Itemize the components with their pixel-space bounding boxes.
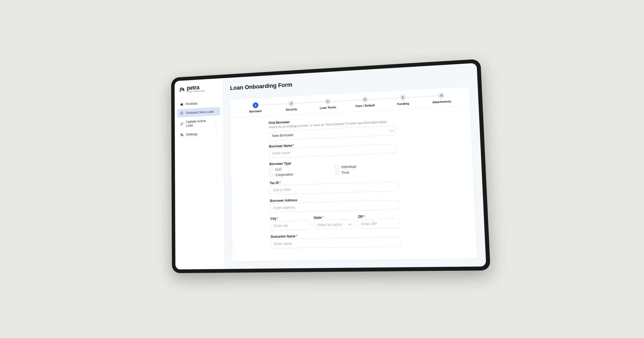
radio-individual[interactable]: Individual — [335, 163, 398, 169]
field-tax-id: Tax ID* — [270, 177, 398, 195]
step-borrower[interactable]: 1 Borrower — [238, 102, 273, 114]
step-funding[interactable]: 5 Funding — [384, 94, 422, 106]
radio-corporation[interactable]: Corporation — [269, 171, 330, 177]
radio-label: Trust — [341, 170, 349, 175]
chevron-down-icon — [215, 132, 217, 135]
radio-icon — [335, 165, 339, 169]
field-find-borrower: Find Borrower Search for an existing bor… — [268, 115, 396, 141]
step-fees-default[interactable]: 4 Fees / Default — [346, 96, 384, 108]
chevron-down-icon — [215, 121, 217, 124]
city-label: City* — [270, 216, 310, 221]
sidebar: petra LOAN SERVICING Portfolio Onboard N… — [174, 78, 225, 270]
onboarding-form-card: 1 Borrower 2 Security 3 Loan Terms 4 Fee… — [230, 87, 477, 262]
step-loan-terms[interactable]: 3 Loan Terms — [309, 98, 346, 110]
state-select[interactable]: Select an option — [314, 220, 354, 230]
radio-icon — [335, 171, 339, 175]
step-label: Borrower — [249, 109, 262, 113]
step-security[interactable]: 2 Security — [273, 100, 310, 112]
tablet-device-frame: petra LOAN SERVICING Portfolio Onboard N… — [171, 59, 491, 273]
field-city: City* — [270, 216, 310, 231]
radio-label: Corporation — [275, 172, 293, 177]
nav-label: Portfolio — [186, 102, 197, 106]
field-borrower-name: Borrower Name* — [269, 140, 397, 158]
step-label: Attachments — [432, 100, 451, 104]
field-guarantor-name: Guarantor Name* — [270, 233, 400, 249]
brand-logo: petra LOAN SERVICING — [177, 84, 220, 101]
step-number: 3 — [325, 99, 330, 105]
svg-rect-0 — [180, 104, 183, 106]
radio-trust[interactable]: Trust — [335, 169, 398, 175]
form-body: Find Borrower Search for an existing bor… — [261, 109, 409, 261]
step-label: Fees / Default — [355, 104, 375, 108]
guarantor-name-input[interactable] — [271, 237, 400, 248]
nav-label: Update Active Loan — [186, 119, 212, 128]
nav-label: Onboard New Loan — [186, 110, 214, 115]
nav-update-active-loan[interactable]: Update Active Loan — [177, 116, 220, 130]
zip-input[interactable] — [358, 218, 400, 229]
field-borrower-address: Borrower Address — [270, 196, 399, 213]
field-borrower-type: Borrower Type LLC Individual — [269, 158, 398, 177]
field-zip: ZIP* — [358, 214, 400, 229]
app-screen: petra LOAN SERVICING Portfolio Onboard N… — [174, 63, 486, 270]
radio-llc[interactable]: LLC — [269, 166, 330, 172]
nav-settings[interactable]: Settings — [177, 129, 220, 139]
step-attachments[interactable]: 6 Attachments — [422, 92, 461, 105]
step-label: Loan Terms — [320, 106, 336, 110]
step-number: 6 — [438, 92, 444, 99]
radio-label: Individual — [341, 165, 356, 169]
field-state: State* Select an option — [314, 215, 355, 230]
radio-label: LLC — [275, 167, 281, 172]
radio-icon — [269, 168, 273, 172]
step-number: 1 — [252, 102, 258, 108]
nav-label: Settings — [186, 132, 197, 136]
zip-label: ZIP* — [358, 214, 399, 219]
step-label: Security — [286, 108, 297, 112]
step-number: 4 — [362, 96, 368, 103]
city-input[interactable] — [270, 221, 310, 231]
briefcase-icon — [180, 102, 183, 106]
step-label: Funding — [397, 102, 409, 106]
state-label: State* — [314, 215, 354, 220]
edit-icon — [180, 122, 183, 126]
step-number: 5 — [400, 95, 406, 101]
main-content: Loan Onboarding Form 1 Borrower 2 Securi… — [222, 63, 486, 269]
step-number: 2 — [288, 101, 294, 106]
petra-logo-icon — [179, 86, 185, 93]
gear-icon — [180, 133, 183, 137]
add-document-icon — [180, 111, 183, 115]
radio-icon — [269, 173, 273, 177]
